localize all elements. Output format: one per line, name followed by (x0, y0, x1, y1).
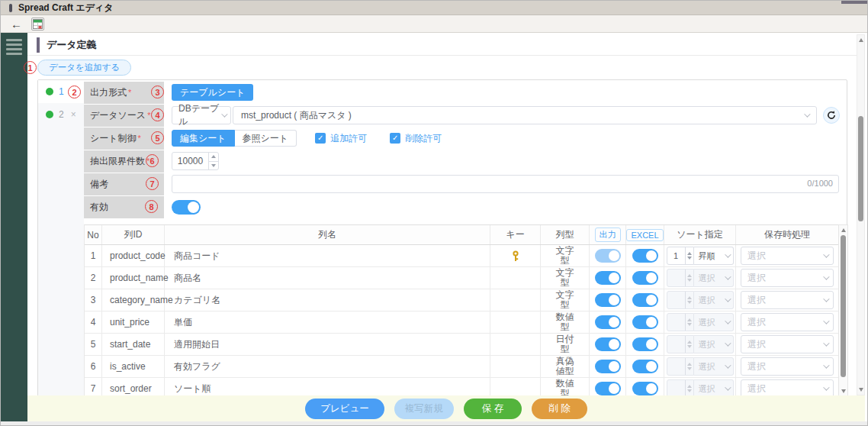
allow-delete-checkbox[interactable]: ✓ 削除許可 (390, 132, 442, 145)
output-toggle[interactable] (595, 337, 621, 351)
column-id: category_name (102, 289, 165, 311)
sort-number-stepper (667, 269, 694, 287)
output-toggle[interactable] (595, 271, 621, 285)
column-type: 文字型 (541, 245, 590, 266)
definition-item-2[interactable]: 2 × (38, 103, 84, 126)
sort-order-select: 選択 (694, 291, 734, 309)
on-save-select[interactable]: 選択 (741, 379, 834, 396)
stepper-up-icon[interactable] (209, 153, 218, 161)
excel-toggle[interactable] (632, 382, 658, 395)
form-row-sheet-control: シート制御* 編集シート 参照シート ✓ 追加許可 (84, 127, 839, 150)
form-row-enabled: 有効 (84, 195, 839, 218)
scrollbar-thumb[interactable] (841, 235, 846, 377)
column-name: 商品コード (165, 245, 490, 266)
preview-button[interactable]: プレビュー (305, 399, 384, 419)
on-save-select[interactable]: 選択 (741, 269, 834, 287)
checkbox-checked-icon: ✓ (315, 133, 326, 144)
column-type: 日付型 (541, 334, 590, 355)
row-no: 6 (85, 356, 102, 377)
window-titlebar: Spread Craft エディタ (1, 1, 867, 15)
scrollbar-thumb[interactable] (858, 116, 863, 221)
scroll-down-icon[interactable] (859, 388, 863, 392)
form-row-data-source: データソース* DBテーブル mst_product ( 商品マスタ ) (84, 104, 839, 127)
on-save-select[interactable]: 選択 (741, 247, 834, 265)
scroll-up-icon[interactable] (841, 228, 846, 232)
back-icon[interactable]: ← (11, 18, 22, 30)
sort-cell: 選択 (664, 334, 736, 355)
refresh-button[interactable] (823, 107, 840, 124)
output-toggle[interactable] (595, 360, 621, 373)
action-footer: プレビュー 複写新規 保 存 削 除 (27, 395, 865, 421)
header-on-save: 保存時処理 (736, 225, 838, 244)
column-id: product_code (102, 245, 165, 266)
form-row-extract-limit: 抽出限界件数* 10000 (84, 150, 839, 173)
chevron-down-icon (725, 295, 731, 302)
sort-order-select: 選択 (694, 313, 734, 331)
output-toggle[interactable] (595, 315, 621, 329)
header-output: 出力 (590, 225, 626, 244)
sort-cell: 選択 (664, 267, 736, 289)
scroll-up-icon[interactable] (859, 38, 863, 42)
reference-sheet-button[interactable]: 参照シート (235, 130, 297, 147)
excel-toggle[interactable] (632, 271, 658, 285)
column-id: unit_price (102, 311, 165, 333)
excel-toggle[interactable] (632, 360, 658, 373)
header-excel: EXCEL (626, 225, 664, 244)
page-scrollbar[interactable] (857, 34, 865, 395)
chevron-down-icon (725, 251, 731, 257)
spreadsheet-icon[interactable] (31, 18, 44, 31)
table-sheet-button[interactable]: テーブルシート (172, 84, 253, 101)
enabled-toggle[interactable] (172, 200, 201, 215)
checkbox-checked-icon: ✓ (390, 133, 400, 144)
row-no: 4 (85, 311, 102, 333)
allow-add-checkbox[interactable]: ✓ 追加許可 (315, 132, 367, 145)
close-icon[interactable]: × (71, 109, 76, 120)
column-name: ソート順 (165, 378, 490, 396)
page-heading: データ定義 (37, 37, 97, 53)
chevron-down-icon (823, 384, 829, 390)
edit-sheet-button[interactable]: 編集シート (172, 130, 235, 147)
scroll-down-icon[interactable] (841, 389, 846, 393)
copy-new-button: 複写新規 (394, 399, 454, 419)
sort-order-select: 選択 (694, 335, 734, 353)
menu-icon[interactable] (6, 39, 22, 55)
sort-cell: 1 昇順 (664, 245, 736, 266)
window-edge-decoration (841, 1, 867, 4)
delete-button[interactable]: 削 除 (532, 399, 587, 419)
stepper-down-icon[interactable] (209, 161, 218, 170)
output-bulk-button[interactable]: 出力 (595, 228, 621, 242)
definition-form: 出力形式* テーブルシート データソース* DBテーブル (84, 80, 839, 218)
excel-bulk-button[interactable]: EXCEL (626, 229, 663, 241)
output-toggle[interactable] (595, 293, 621, 307)
output-toggle[interactable] (595, 382, 621, 395)
source-type-select[interactable]: DBテーブル (172, 106, 231, 124)
key-icon (511, 250, 520, 262)
excel-toggle[interactable] (632, 315, 658, 329)
limit-number-stepper[interactable]: 10000 (172, 152, 219, 170)
remarks-input[interactable] (172, 175, 839, 193)
chevron-down-icon (823, 273, 829, 279)
on-save-select[interactable]: 選択 (741, 313, 834, 331)
sort-number-stepper[interactable]: 1 (667, 247, 694, 265)
chevron-down-icon (823, 318, 829, 324)
sort-cell: 選択 (664, 356, 736, 377)
definition-list: 1 2 × (38, 80, 84, 395)
table-row: 2 product_name 商品名 文字型 選択 選択 (85, 267, 838, 289)
add-data-button[interactable]: データを追加する (37, 60, 131, 76)
excel-toggle[interactable] (632, 293, 658, 307)
key-cell (490, 289, 541, 311)
excel-toggle[interactable] (632, 337, 658, 351)
column-type: 文字型 (541, 267, 590, 289)
sort-order-select[interactable]: 昇順 (694, 247, 734, 265)
definition-item-label: 1 (59, 86, 64, 97)
chevron-down-icon (221, 111, 227, 117)
excel-toggle[interactable] (632, 249, 658, 263)
source-table-combobox[interactable]: mst_product ( 商品マスタ ) (233, 106, 817, 124)
on-save-select[interactable]: 選択 (741, 291, 834, 309)
table-scrollbar[interactable] (838, 224, 848, 397)
on-save-select[interactable]: 選択 (741, 357, 834, 376)
on-save-select[interactable]: 選択 (741, 335, 834, 353)
chevron-down-icon (725, 318, 731, 324)
save-button[interactable]: 保 存 (464, 399, 522, 419)
sort-cell: 選択 (664, 289, 736, 311)
